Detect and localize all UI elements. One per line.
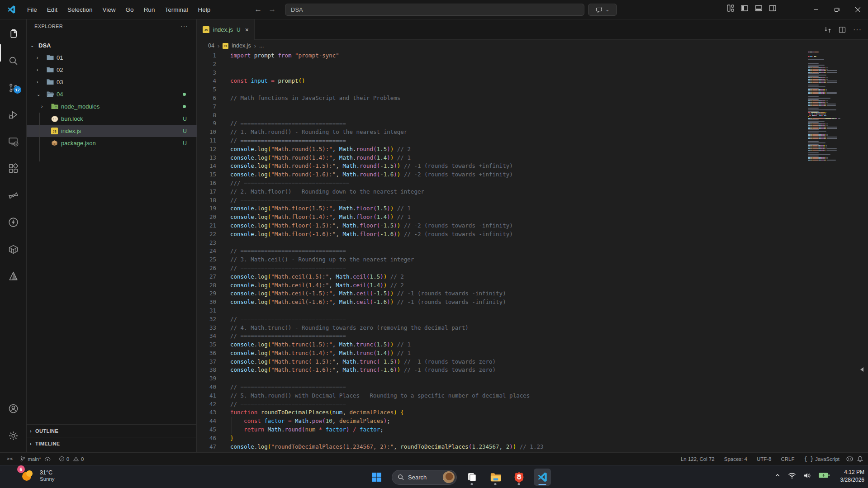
toggle-secondary-sidebar-icon[interactable] xyxy=(768,4,777,12)
volume-icon[interactable] xyxy=(803,472,811,479)
code-line-21[interactable]: 21console.log("Math.floor(-1.5):", Math.… xyxy=(197,222,868,230)
menu-view[interactable]: View xyxy=(98,4,121,16)
code-line-24[interactable]: 24// =============================== xyxy=(197,247,868,256)
compare-changes-icon[interactable] xyxy=(824,26,831,33)
eol-setting[interactable]: CRLF xyxy=(778,454,798,464)
code-line-25[interactable]: 25// 3. Math.ceil() - Rounding up to the… xyxy=(197,256,868,264)
language-mode[interactable]: { } JavaScript xyxy=(801,454,843,464)
restore-button[interactable] xyxy=(826,0,847,19)
cursor-position[interactable]: Ln 122, Col 72 xyxy=(678,454,718,464)
nav-back-icon[interactable]: ← xyxy=(254,5,262,14)
code-line-38[interactable]: 38console.log("Math.trunc(-1.6):", Math.… xyxy=(197,366,868,374)
code-line-15[interactable]: 15console.log("Math.round(-1.6):", Math.… xyxy=(197,171,868,179)
vscode-taskbar-button[interactable] xyxy=(534,469,551,486)
encoding-setting[interactable]: UTF-8 xyxy=(754,454,775,464)
timeline-section[interactable]: › TIMELINE xyxy=(27,437,197,450)
code-line-32[interactable]: 32// =============================== xyxy=(197,315,868,324)
indentation-setting[interactable]: Spaces: 4 xyxy=(721,454,750,464)
tree-item-04[interactable]: ⌄04 xyxy=(27,88,197,100)
code-line-9[interactable]: 9// =============================== xyxy=(197,119,868,128)
code-line-41[interactable]: 41// 5. Math.round() with Decimal Places… xyxy=(197,392,868,400)
code-line-17[interactable]: 17// 2. Math.floor() - Rounding down to … xyxy=(197,188,868,196)
explorer-more-actions-icon[interactable]: ··· xyxy=(180,23,188,30)
activity-settings[interactable] xyxy=(0,425,26,446)
tree-item-02[interactable]: ›02 xyxy=(27,64,197,76)
activity-extensions[interactable] xyxy=(0,158,26,180)
problems-item[interactable]: 0 0 xyxy=(56,454,87,464)
battery-charging-icon[interactable] xyxy=(818,472,830,479)
tree-item-package-json[interactable]: package.jsonU xyxy=(27,137,197,149)
code-line-1[interactable]: 1import prompt from "prompt-sync" xyxy=(197,52,868,60)
code-line-3[interactable]: 3 xyxy=(197,69,868,77)
activity-run-and-debug[interactable] xyxy=(0,104,26,126)
task-view-button[interactable] xyxy=(463,469,480,486)
code-line-33[interactable]: 33// 4. Math.trunc() - Rounding towards … xyxy=(197,324,868,332)
more-actions-icon[interactable]: ··· xyxy=(853,26,862,34)
activity-source-control[interactable]: 17 xyxy=(0,77,26,99)
menu-go[interactable]: Go xyxy=(121,4,139,16)
file-explorer-button[interactable] xyxy=(487,469,504,486)
code-line-6[interactable]: 6// Math functions in JavaScript and the… xyxy=(197,94,868,103)
code-line-46[interactable]: 46} xyxy=(197,434,868,443)
menu-terminal[interactable]: Terminal xyxy=(160,4,193,16)
code-line-11[interactable]: 11// =============================== xyxy=(197,137,868,145)
taskbar-search-box[interactable]: Search xyxy=(392,470,457,485)
tree-item-bun-lock[interactable]: bun.lockU xyxy=(27,113,197,125)
code-line-39[interactable]: 39 xyxy=(197,374,868,383)
code-line-34[interactable]: 34// =============================== xyxy=(197,332,868,341)
tree-item-node_modules[interactable]: ›nnode_modules xyxy=(27,100,197,113)
code-line-12[interactable]: 12console.log("Math.round(1.5):", Math.r… xyxy=(197,145,868,154)
weather-widget[interactable]: 6 31°C Sunny xyxy=(20,468,55,483)
remote-indicator[interactable]: >< xyxy=(5,454,15,464)
code-line-31[interactable]: 31 xyxy=(197,307,868,315)
code-line-44[interactable]: 44 const factor = Math.pow(10, decimalPl… xyxy=(197,417,868,426)
search-highlight-image[interactable] xyxy=(443,471,455,483)
code-line-18[interactable]: 18// =============================== xyxy=(197,196,868,205)
code-line-20[interactable]: 20console.log("Math.floor(1.4):", Math.f… xyxy=(197,213,868,222)
code-line-7[interactable]: 7 xyxy=(197,103,868,111)
code-line-43[interactable]: 43function roundToDecimalPlaces(num, dec… xyxy=(197,408,868,417)
tree-root-dsa[interactable]: ⌄ DSA xyxy=(27,39,197,52)
code-line-13[interactable]: 13console.log("Math.round(1.4):", Math.r… xyxy=(197,154,868,162)
code-line-5[interactable]: 5 xyxy=(197,85,868,94)
minimap[interactable] xyxy=(808,52,840,161)
code-line-2[interactable]: 2 xyxy=(197,60,868,69)
code-line-27[interactable]: 27console.log("Math.ceil(1.5):", Math.ce… xyxy=(197,273,868,281)
activity-thunder-client[interactable] xyxy=(0,212,26,233)
hidden-icons-chevron-icon[interactable] xyxy=(774,472,781,479)
breadcrumb-file[interactable]: index.js xyxy=(232,43,251,49)
code-line-47[interactable]: 47console.log("roundToDecimalPlaces(1.23… xyxy=(197,443,868,451)
code-line-28[interactable]: 28console.log("Math.ceil(1.4):", Math.ce… xyxy=(197,281,868,290)
activity-containers[interactable] xyxy=(0,238,26,260)
command-center-search[interactable]: DSA xyxy=(285,4,584,16)
git-branch-item[interactable]: main* xyxy=(17,454,53,464)
menu-run[interactable]: Run xyxy=(139,4,160,16)
code-line-29[interactable]: 29console.log("Math.ceil(-1.5):", Math.c… xyxy=(197,289,868,298)
close-button[interactable] xyxy=(847,0,868,19)
wifi-icon[interactable] xyxy=(788,472,796,479)
clock-widget[interactable]: 4:12 PM 3/28/2026 xyxy=(840,469,864,484)
activity-bowtie-extension[interactable] xyxy=(0,185,26,206)
code-line-4[interactable]: 4const input = prompt() xyxy=(197,77,868,85)
start-button[interactable] xyxy=(368,469,385,486)
copilot-status-icon[interactable] xyxy=(846,455,854,463)
code-line-22[interactable]: 22console.log("Math.floor(-1.6):", Math.… xyxy=(197,230,868,239)
toggle-panel-icon[interactable] xyxy=(754,4,763,12)
toggle-primary-sidebar-icon[interactable] xyxy=(740,4,749,12)
brave-browser-button[interactable] xyxy=(510,469,527,486)
tab-close-icon[interactable]: × xyxy=(245,26,249,33)
activity-explorer[interactable] xyxy=(0,23,26,45)
menu-selection[interactable]: Selection xyxy=(62,4,98,16)
activity-search[interactable] xyxy=(0,50,26,72)
code-line-23[interactable]: 23 xyxy=(197,239,868,247)
menu-file[interactable]: File xyxy=(22,4,42,16)
code-line-14[interactable]: 14console.log("Math.round(-1.5):", Math.… xyxy=(197,162,868,171)
code-line-10[interactable]: 10// 1. Math.round() - Rounding to the n… xyxy=(197,128,868,137)
tab-indexjs[interactable]: JS index.js U × xyxy=(197,19,255,40)
code-line-45[interactable]: 45 return Math.round(num * factor) / fac… xyxy=(197,426,868,434)
tree-item-03[interactable]: ›03 xyxy=(27,76,197,88)
code-line-19[interactable]: 19console.log("Math.floor(1.5):", Math.f… xyxy=(197,204,868,213)
code-editor[interactable]: 1import prompt from "prompt-sync"234cons… xyxy=(197,52,868,452)
code-line-8[interactable]: 8 xyxy=(197,111,868,120)
nav-forward-icon[interactable]: → xyxy=(268,5,276,14)
